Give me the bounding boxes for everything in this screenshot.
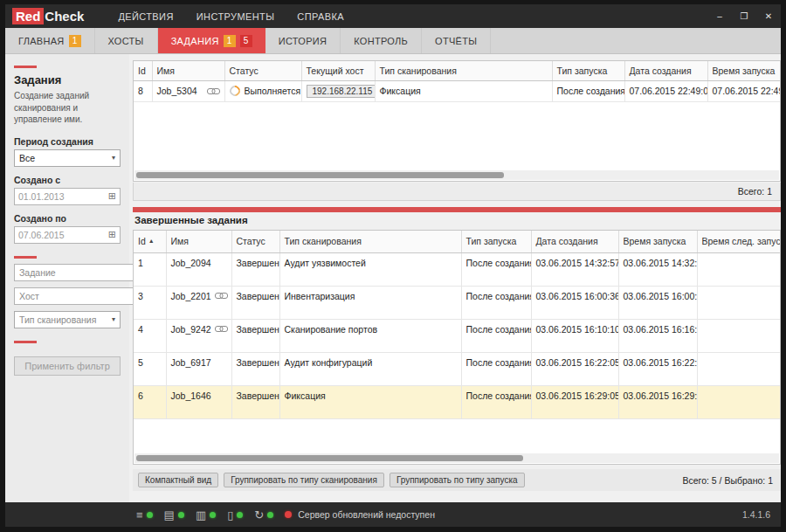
column-name[interactable]: Имя: [166, 231, 231, 252]
column-name[interactable]: Имя: [152, 61, 224, 80]
sort-asc-icon: ▲: [148, 238, 155, 244]
menu-help[interactable]: СПРАВКА: [286, 6, 355, 27]
job-filter-input[interactable]: [14, 264, 142, 281]
cell-scan-type: Фиксация: [279, 385, 461, 418]
tab-otchety[interactable]: ОТЧЁТЫ: [422, 28, 491, 53]
menu-tools[interactable]: ИНСТРУМЕНТЫ: [185, 6, 286, 27]
menu-actions[interactable]: ДЕЙСТВИЯ: [107, 6, 184, 27]
period-label: Период создания: [14, 136, 121, 147]
storage-status: ▤: [164, 509, 184, 521]
cell-next-start: [697, 286, 781, 319]
tab-hosty[interactable]: ХОСТЫ: [95, 28, 158, 53]
horizontal-scrollbar[interactable]: [134, 453, 779, 463]
column-next-start-time[interactable]: Время след. запуска: [697, 231, 781, 252]
cell-scan-type: Аудит конфигураций: [279, 352, 461, 385]
table-header-row: Id Имя Статус Текущий хост Тип сканирова…: [134, 61, 781, 80]
scrollbar-thumb[interactable]: [136, 172, 504, 178]
chevron-down-icon: ▾: [112, 315, 115, 323]
table-row-selected[interactable]: 6 Job_1646 Завершено Фиксация После созд…: [134, 385, 781, 418]
cell-status: Завершено: [231, 319, 279, 352]
table-row[interactable]: 4 Job_9242 Завершено Сканирован: [134, 319, 781, 352]
calendar-icon[interactable]: ⊞: [108, 191, 116, 201]
tab-label: ХОСТЫ: [108, 36, 144, 46]
column-current-host[interactable]: Текущий хост: [301, 61, 375, 80]
column-scan-type[interactable]: Тип сканирования: [375, 61, 552, 80]
running-spinner-icon: [227, 84, 242, 99]
tab-glavnaya[interactable]: ГЛАВНАЯ 1: [5, 28, 95, 53]
group-by-start-type-button[interactable]: Группировать по типу запуска: [390, 473, 525, 487]
red-separator-bar: [133, 207, 781, 212]
tab-kontrol[interactable]: КОНТРОЛЬ: [341, 28, 422, 53]
main-content: Id Имя Статус Текущий хост Тип сканирова…: [131, 54, 781, 502]
update-server-message: Сервер обновлений недоступен: [298, 509, 435, 520]
job-name: Job_6917: [171, 357, 211, 368]
maximize-button[interactable]: ❐: [732, 4, 756, 28]
column-start-time[interactable]: Время запуска: [707, 61, 781, 80]
green-status-dot: [237, 512, 243, 518]
cell-created: 03.06.2015 14:32:57: [531, 252, 618, 286]
red-status-dot: [285, 511, 292, 518]
table-row[interactable]: 5 Job_6917 Завершено Аудит конфигураций …: [134, 352, 781, 385]
cell-created: 03.06.2015 16:22:05: [531, 352, 618, 385]
column-id[interactable]: Id: [134, 61, 152, 80]
redcheck-window: Red Check ДЕЙСТВИЯ ИНСТРУМЕНТЫ СПРАВКА –…: [0, 0, 786, 532]
apply-filter-button[interactable]: Применить фильтр: [14, 356, 121, 376]
cell-name: Job_5304: [157, 86, 220, 96]
green-status-dot: [267, 512, 273, 518]
active-jobs-table: Id Имя Статус Текущий хост Тип сканирова…: [133, 60, 781, 182]
services-status: ≡: [136, 509, 153, 521]
column-id[interactable]: Id▲: [134, 231, 166, 252]
scrollbar-thumb[interactable]: [136, 455, 523, 461]
period-select[interactable]: Все ▾: [14, 149, 121, 167]
green-status-dot: [147, 512, 153, 518]
scan-type-value: Тип сканирования: [19, 314, 96, 325]
column-scan-type[interactable]: Тип сканирования: [279, 231, 461, 252]
group-by-scan-type-button[interactable]: Группировать по типу сканирования: [224, 473, 384, 487]
document-status: ▯: [227, 509, 243, 521]
completed-jobs-table: Id▲ Имя Статус Тип сканирования Тип запу…: [133, 230, 781, 465]
job-name: Job_1646: [171, 390, 211, 401]
column-start-type[interactable]: Тип запуска: [552, 61, 624, 80]
calendar-icon[interactable]: ⊞: [108, 230, 116, 239]
current-host-chip: 192.168.22.115: [307, 85, 376, 98]
cell-status: Выполняется: [230, 86, 297, 96]
job-name: Job_2094: [171, 258, 211, 268]
cell-created: 07.06.2015 22:49:09: [624, 80, 707, 101]
close-button[interactable]: ✕: [756, 4, 781, 28]
column-start-time[interactable]: Время запуска: [618, 231, 697, 252]
green-status-dot: [178, 512, 184, 518]
cell-created: 03.06.2015 16:00:36: [531, 286, 618, 319]
tab-istoriya[interactable]: ИСТОРИЯ: [265, 28, 341, 53]
sidebar-title: Задания: [14, 73, 121, 86]
column-status[interactable]: Статус: [231, 231, 279, 252]
compact-view-button[interactable]: Компактный вид: [138, 473, 218, 487]
tab-zadaniya[interactable]: ЗАДАНИЯ 1 5: [158, 28, 265, 53]
cell-scan-type: Фиксация: [375, 80, 552, 101]
cell-id: 5: [134, 352, 166, 385]
tab-label: КОНТРОЛЬ: [354, 36, 408, 46]
table-header-row: Id▲ Имя Статус Тип сканирования Тип запу…: [134, 231, 781, 252]
minimize-button[interactable]: –: [707, 4, 732, 28]
column-created[interactable]: Дата создания: [624, 61, 707, 80]
column-status[interactable]: Статус: [224, 61, 301, 80]
table-row[interactable]: 8 Job_5304: [134, 80, 781, 101]
table-row[interactable]: 1 Job_2094 Завершено Аудит уязвимостей П…: [134, 252, 781, 286]
filter-sidebar: Задания Создание заданий сканирования и …: [5, 54, 129, 502]
titlebar: Red Check ДЕЙСТВИЯ ИНСТРУМЕНТЫ СПРАВКА –…: [5, 4, 781, 28]
horizontal-scrollbar[interactable]: [134, 170, 779, 180]
logo-red-part: Red: [12, 8, 44, 24]
tab-badge-total: 5: [240, 35, 252, 47]
window-controls: – ❐ ✕: [707, 4, 781, 28]
created-to-input[interactable]: [18, 230, 108, 240]
cell-scan-type: Инвентаризация: [279, 286, 461, 319]
table-row[interactable]: 3 Job_2201 Завершено Инвентариз: [134, 286, 781, 319]
column-start-type[interactable]: Тип запуска: [461, 231, 531, 252]
scan-type-select[interactable]: Тип сканирования ▾: [14, 311, 121, 328]
column-created[interactable]: Дата создания: [531, 231, 618, 252]
cell-start-type: После создания: [461, 252, 531, 286]
cell-scan-type: Сканирование портов: [279, 319, 461, 352]
host-filter-input[interactable]: [14, 287, 142, 305]
database-status-icon: ▥: [196, 509, 206, 521]
created-from-input[interactable]: [18, 191, 108, 202]
cell-status: Завершено: [231, 352, 279, 385]
